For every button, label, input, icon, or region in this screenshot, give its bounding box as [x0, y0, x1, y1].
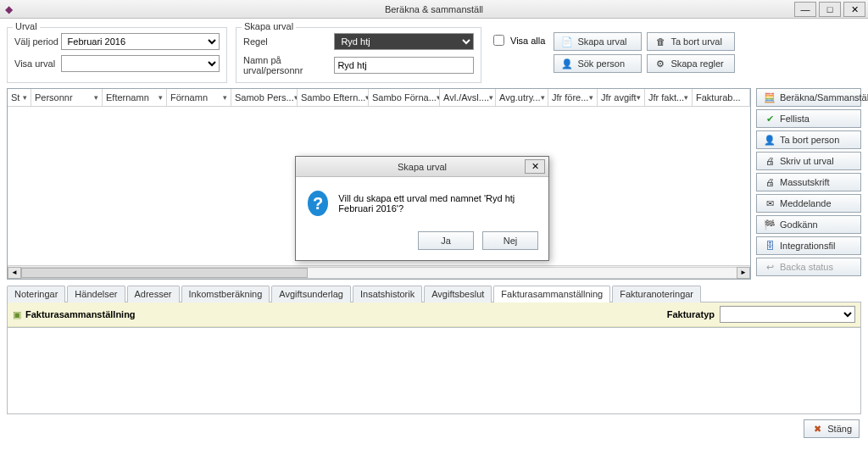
close-page-button[interactable]: ✖Stäng: [804, 419, 860, 438]
modal-title: Skapa urval: [296, 162, 548, 172]
grid-col-jfr-fore: Jfr före...▾: [548, 89, 598, 106]
sum-icon: 🧮: [764, 92, 776, 103]
side-actions: 🧮Beräkna/Sammanställ ✔Fellista 👤Ta bort …: [756, 88, 861, 280]
undo-icon: ↩: [764, 261, 776, 273]
skapa-urval-group: Skapa urval Regel Ryd htj Namn på urval/…: [236, 27, 481, 83]
tab-inkomstberakning[interactable]: Inkomstberäkning: [181, 286, 270, 302]
visa-alla-checkbox[interactable]: [493, 35, 504, 46]
berakna-sammanstall-button[interactable]: 🧮Beräkna/Sammanställ: [756, 88, 861, 107]
grid-col-efternamn: Efternamn▾: [103, 89, 167, 106]
list-icon: ▣: [13, 309, 21, 320]
godkann-button[interactable]: 🏁Godkänn: [756, 215, 861, 234]
close-icon: ✖: [811, 423, 823, 435]
ta-bort-urval-button[interactable]: 🗑Ta bort urval: [647, 32, 735, 51]
tab-fakturanoteringar[interactable]: Fakturanoteringar: [612, 286, 701, 302]
panel-body: [8, 327, 860, 413]
person-icon: 👤: [561, 58, 573, 69]
grid-col-fakturab: Fakturab...: [693, 89, 750, 106]
grid-hscroll[interactable]: ◄ ►: [8, 265, 750, 279]
integration-icon: 🗄: [764, 240, 776, 252]
mass-print-icon: 🖨: [764, 176, 776, 188]
modal-no-button[interactable]: Nej: [482, 231, 538, 250]
sok-person-button[interactable]: 👤Sök person: [554, 54, 642, 73]
print-icon: 🖨: [764, 155, 776, 167]
fakturatyp-label: Fakturatyp: [667, 309, 715, 319]
mail-icon: ✉: [764, 197, 776, 209]
ta-bort-person-button[interactable]: 👤Ta bort person: [756, 130, 861, 149]
skapa-urval-button[interactable]: 📄Skapa urval: [554, 32, 642, 51]
grid-col-st: St▾: [8, 89, 31, 106]
scroll-left-icon[interactable]: ◄: [8, 267, 21, 279]
confirm-modal: Skapa urval ✕ ? Vill du skapa ett urval …: [295, 156, 549, 261]
regel-label: Regel: [243, 36, 334, 47]
fakturatyp-select[interactable]: [720, 306, 855, 323]
visa-alla-label: Visa alla: [510, 36, 545, 46]
skriv-ut-urval-button[interactable]: 🖨Skriv ut urval: [756, 152, 861, 170]
remove-person-icon: 👤: [764, 134, 776, 146]
urval-group: Urval Välj period Februari 2016 Visa urv…: [7, 27, 227, 83]
tabstrip: Noteringar Händelser Adresser Inkomstber…: [7, 285, 861, 302]
visa-alla-checkbox-wrap: Visa alla: [490, 32, 545, 48]
scroll-right-icon[interactable]: ►: [737, 267, 750, 279]
skapa-regler-button[interactable]: ⚙Skapa regler: [647, 54, 735, 73]
grid-header: St▾ Personnr▾ Efternamn▾ Förnamn▾ Samob …: [8, 89, 750, 107]
regel-select[interactable]: Ryd htj: [334, 33, 474, 50]
check-icon: ✔: [764, 113, 776, 125]
grid-col-personnr: Personnr▾: [31, 89, 103, 106]
rules-icon: ⚙: [654, 58, 666, 69]
delete-icon: 🗑: [654, 36, 666, 47]
backa-status-button[interactable]: ↩Backa status: [756, 258, 861, 276]
grid-col-sambo-forna: Sambo Förna...▾: [369, 89, 440, 106]
tab-noteringar[interactable]: Noteringar: [7, 286, 65, 302]
approve-icon: 🏁: [764, 219, 776, 230]
grid-col-fornamn: Förnamn▾: [167, 89, 231, 106]
grid-col-samob-pers: Samob Pers...▾: [231, 89, 298, 106]
modal-close-button[interactable]: ✕: [525, 159, 545, 174]
window-title: Beräkna & sammanställ: [0, 4, 868, 14]
tab-panel: ▣ Fakturasammanställning Fakturatyp: [7, 302, 861, 414]
namn-input[interactable]: [334, 57, 474, 74]
skapa-legend: Skapa urval: [242, 21, 296, 31]
modal-message: Vill du skapa ett urval med namnet 'Ryd …: [338, 193, 537, 214]
question-icon: ?: [308, 191, 328, 216]
visa-urval-label: Visa urval: [14, 58, 61, 69]
visa-urval-select[interactable]: [61, 55, 220, 72]
modal-titlebar: Skapa urval ✕: [296, 157, 548, 177]
grid-col-jfr-fakt: Jfr fakt...▾: [645, 89, 693, 106]
titlebar: ◆ Beräkna & sammanställ — □ ✕: [0, 0, 868, 19]
tab-avgiftsbeslut[interactable]: Avgiftsbeslut: [424, 286, 492, 302]
tab-insatshistorik[interactable]: Insatshistorik: [353, 286, 422, 302]
valj-period-label: Välj period: [14, 36, 61, 47]
tab-handelser[interactable]: Händelser: [67, 286, 125, 302]
meddelande-button[interactable]: ✉Meddelande: [756, 194, 861, 213]
plus-icon: 📄: [561, 36, 573, 47]
grid-col-avl-avsl: Avl./Avsl....▾: [440, 89, 496, 106]
grid-col-jfr-avgift: Jfr avgift▾: [598, 89, 645, 106]
tab-fakturasammanstallning[interactable]: Fakturasammanställning: [493, 286, 610, 302]
fellista-button[interactable]: ✔Fellista: [756, 109, 861, 128]
urval-legend: Urval: [13, 21, 40, 31]
integrationsfil-button[interactable]: 🗄Integrationsfil: [756, 236, 861, 255]
grid-col-avg-utry: Avg.utry...▾: [496, 89, 548, 106]
namn-label: Namn på urval/personnr: [243, 55, 334, 75]
modal-yes-button[interactable]: Ja: [418, 231, 474, 250]
tab-adresser[interactable]: Adresser: [127, 286, 180, 302]
panel-title: Fakturasammanställning: [25, 309, 136, 319]
massutskrift-button[interactable]: 🖨Massutskrift: [756, 173, 861, 191]
valj-period-select[interactable]: Februari 2016: [61, 33, 220, 50]
grid-col-sambo-eftern: Sambo Eftern...▾: [298, 89, 369, 106]
tab-avgiftsunderlag[interactable]: Avgiftsunderlag: [271, 286, 351, 302]
